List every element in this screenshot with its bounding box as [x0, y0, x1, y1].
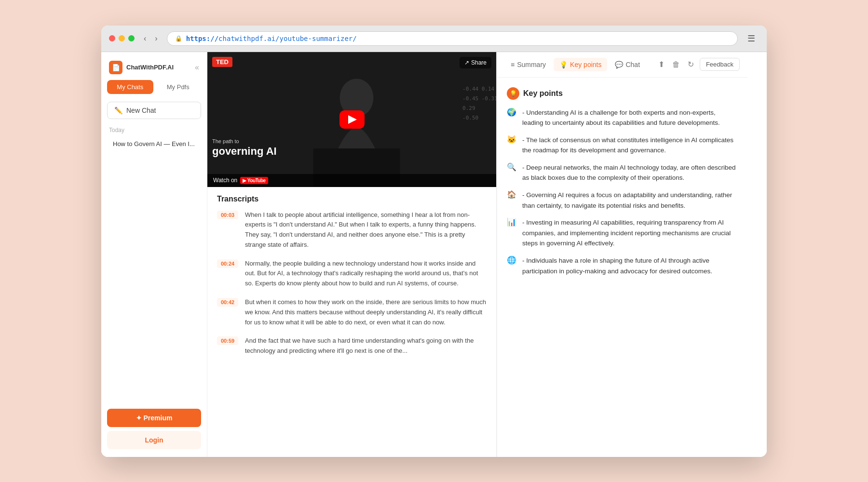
content-area: -0.44 0.14 -0.45 -0.31 0.29 -0.50 TED T	[207, 52, 767, 457]
watch-on-text: Watch on	[213, 177, 237, 184]
new-chat-icon: ✏️	[114, 107, 122, 114]
share-icon: ↗	[464, 59, 469, 66]
sidebar: 📄 ChatWithPDF.AI « My Chats My Pdfs ✏️ N…	[101, 52, 207, 457]
url-display: https://chatwithpdf.ai/youtube-summarize…	[186, 35, 357, 42]
video-panel: -0.44 0.14 -0.45 -0.31 0.29 -0.50 TED T	[207, 52, 497, 457]
key-point-1: 🌍 - Understanding AI is a challenge for …	[507, 107, 738, 128]
transcript-time-2[interactable]: 00:24	[217, 259, 238, 268]
today-section-label: Today	[101, 127, 207, 136]
kp-text-2: - The lack of consensus on what constitu…	[522, 135, 738, 156]
right-panel: ≡ Summary 💡 Key points 💬 Chat ⬆ 🗑 ↻	[497, 52, 747, 457]
premium-button[interactable]: ✦ Premium	[107, 409, 201, 427]
new-chat-label: New Chat	[126, 107, 156, 114]
tab-summary[interactable]: ≡ Summary	[505, 58, 552, 71]
kp-emoji-4: 🏠	[507, 190, 517, 199]
share-action-button[interactable]: ⬆	[656, 58, 666, 71]
tab-chat-label: Chat	[625, 61, 640, 68]
kp-text-4: - Governing AI requires a focus on adapt…	[522, 190, 738, 211]
lock-icon: 🔒	[175, 35, 182, 42]
nav-buttons: ‹ ›	[140, 33, 161, 44]
key-points-icon: 💡	[559, 61, 568, 68]
transcript-time-1[interactable]: 00:03	[217, 211, 238, 219]
transcript-item-4: 00:59 And the fact that we have such a h…	[217, 336, 487, 356]
kp-text-6: - Individuals have a role in shaping the…	[522, 255, 738, 276]
delete-action-button[interactable]: 🗑	[670, 58, 682, 71]
right-panel-header: ≡ Summary 💡 Key points 💬 Chat ⬆ 🗑 ↻	[497, 52, 747, 78]
tab-chat[interactable]: 💬 Chat	[609, 58, 646, 71]
transcript-item-1: 00:03 When I talk to people about artifi…	[217, 210, 487, 250]
browser-window: ‹ › 🔒 https://chatwithpdf.ai/youtube-sum…	[101, 26, 767, 457]
key-point-5: 📊 - Investing in measuring AI capabiliti…	[507, 217, 738, 249]
key-point-3: 🔍 - Deep neural networks, the main AI te…	[507, 162, 738, 183]
svg-text:0.29: 0.29	[462, 105, 475, 111]
new-chat-button[interactable]: ✏️ New Chat	[107, 102, 201, 119]
summary-icon: ≡	[511, 61, 515, 68]
tab-summary-label: Summary	[517, 61, 546, 68]
key-point-4: 🏠 - Governing AI requires a focus on ada…	[507, 190, 738, 211]
kp-emoji-2: 🐱	[507, 135, 517, 144]
key-point-6: 🌐 - Individuals have a role in shaping t…	[507, 255, 738, 276]
svg-text:-0.44  0.14: -0.44 0.14	[462, 86, 494, 92]
sidebar-tabs: My Chats My Pdfs	[101, 80, 207, 94]
video-wrapper: -0.44 0.14 -0.45 -0.31 0.29 -0.50 TED T	[207, 52, 496, 187]
forward-button[interactable]: ›	[151, 33, 161, 44]
close-button[interactable]	[109, 35, 115, 41]
kp-emoji-1: 🌍	[507, 107, 517, 117]
video-title-main: governing AI	[212, 145, 491, 158]
kp-emoji-6: 🌐	[507, 255, 517, 265]
key-points-header-icon: 💡	[507, 87, 519, 100]
kp-text-3: - Deep neural networks, the main AI tech…	[522, 162, 738, 183]
tab-key-points[interactable]: 💡 Key points	[554, 58, 607, 71]
key-point-2: 🐱 - The lack of consensus on what consti…	[507, 135, 738, 156]
transcript-text-4: And the fact that we have such a hard ti…	[245, 336, 487, 356]
logo-area: 📄 ChatWithPDF.AI	[109, 61, 174, 74]
login-button[interactable]: Login	[107, 431, 201, 449]
right-panel-actions: ⬆ 🗑 ↻ Feedback	[656, 58, 740, 71]
collapse-sidebar-button[interactable]: «	[195, 63, 199, 72]
refresh-action-button[interactable]: ↻	[686, 58, 696, 71]
transcript-item-2: 00:24 Normally, the people building a ne…	[217, 259, 487, 289]
transcript-time-3[interactable]: 00:42	[217, 298, 238, 307]
back-button[interactable]: ‹	[140, 33, 149, 44]
browser-chrome: ‹ › 🔒 https://chatwithpdf.ai/youtube-sum…	[101, 26, 767, 52]
transcript-item-3: 00:42 But when it comes to how they work…	[217, 297, 487, 327]
video-title-overlay: The path to governing AI	[212, 138, 491, 158]
transcript-text-2: Normally, the people building a new tech…	[245, 259, 487, 289]
tab-key-points-label: Key points	[570, 61, 601, 68]
logo-icon: 📄	[109, 61, 122, 74]
watch-on-bar: Watch on ▶ YouTube	[207, 174, 496, 187]
kp-emoji-5: 📊	[507, 217, 517, 227]
transcripts-title: Transcripts	[217, 195, 487, 203]
transcript-time-4[interactable]: 00:59	[217, 336, 238, 345]
kp-emoji-3: 🔍	[507, 162, 517, 172]
video-title-top: The path to	[212, 138, 491, 144]
tab-my-pdfs[interactable]: My Pdfs	[155, 80, 202, 94]
ted-badge: TED	[212, 57, 232, 67]
minimize-button[interactable]	[119, 35, 125, 41]
logo-text: ChatWithPDF.AI	[126, 64, 174, 71]
traffic-lights	[109, 35, 135, 41]
share-button[interactable]: ↗ Share	[460, 57, 491, 68]
key-points-title: Key points	[523, 89, 563, 98]
svg-text:-0.50: -0.50	[462, 114, 478, 120]
kp-text-1: - Understanding AI is a challenge for bo…	[522, 107, 738, 128]
sidebar-bottom: ✦ Premium Login	[101, 401, 207, 457]
address-bar[interactable]: 🔒 https://chatwithpdf.ai/youtube-summari…	[167, 31, 738, 46]
share-label: Share	[471, 59, 487, 66]
app-body: 📄 ChatWithPDF.AI « My Chats My Pdfs ✏️ N…	[101, 52, 767, 457]
key-points-content: 💡 Key points 🌍 - Understanding AI is a c…	[497, 78, 747, 457]
sidebar-header: 📄 ChatWithPDF.AI «	[101, 52, 207, 80]
kp-text-5: - Investing in measuring AI capabilities…	[522, 217, 738, 249]
youtube-logo: ▶ YouTube	[240, 177, 268, 184]
play-triangle-icon	[348, 115, 357, 124]
feedback-button[interactable]: Feedback	[700, 58, 740, 71]
chat-item-1[interactable]: How to Govern AI — Even I...	[105, 136, 203, 151]
svg-text:-0.45 -0.31: -0.45 -0.31	[462, 95, 496, 102]
maximize-button[interactable]	[128, 35, 135, 41]
tab-my-chats[interactable]: My Chats	[107, 80, 153, 94]
play-button[interactable]	[339, 110, 365, 129]
transcript-text-1: When I talk to people about artificial i…	[245, 210, 487, 250]
menu-button[interactable]: ☰	[744, 31, 759, 46]
key-points-title-row: 💡 Key points	[507, 87, 738, 100]
transcript-text-3: But when it comes to how they work on th…	[245, 297, 487, 327]
